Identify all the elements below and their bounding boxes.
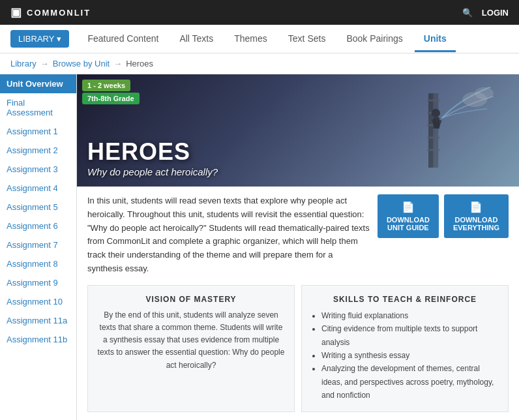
search-icon[interactable]: 🔍 bbox=[462, 8, 473, 18]
sidebar-item-final-assessment[interactable]: Final Assessment bbox=[0, 93, 76, 122]
svg-rect-1 bbox=[434, 93, 439, 168]
skill-item: Citing evidence from multiple texts to s… bbox=[321, 322, 499, 349]
sidebar-item-assignment-3[interactable]: Assignment 3 bbox=[0, 160, 76, 179]
download-everything-button[interactable]: 📄 DOWNLOADEVERYTHING bbox=[444, 194, 509, 238]
vision-text: By the end of this unit, students will a… bbox=[97, 309, 285, 372]
description-row: In this unit, students will read seven t… bbox=[87, 194, 509, 276]
top-nav-right: 🔍 LOGIN bbox=[462, 8, 509, 18]
sidebar-item-assignment-11b[interactable]: Assignment 11b bbox=[0, 330, 76, 349]
download-everything-label: DOWNLOADEVERYTHING bbox=[453, 216, 499, 232]
logo-text: COMMONLIT bbox=[27, 8, 91, 18]
weeks-badge: 1 - 2 weeks bbox=[82, 80, 130, 91]
breadcrumb-browse[interactable]: Browse by Unit bbox=[53, 59, 110, 68]
svg-point-7 bbox=[432, 109, 440, 117]
hero-title: HEROES bbox=[87, 138, 190, 166]
breadcrumb-arrow-2: → bbox=[113, 59, 122, 68]
hero-image: 1 - 2 weeks 7th-8th Grade HEROES Why do … bbox=[77, 74, 519, 187]
sidebar-item-assignment-4[interactable]: Assignment 4 bbox=[0, 179, 76, 198]
download-icon-2: 📄 bbox=[469, 201, 482, 213]
sidebar: Unit Overview Final Assessment Assignmen… bbox=[0, 74, 77, 420]
info-boxes: VISION OF MASTERY By the end of this uni… bbox=[87, 285, 509, 412]
download-unit-guide-button[interactable]: 📄 DOWNLOADUNIT GUIDE bbox=[378, 194, 439, 238]
top-navigation: ▣ COMMONLIT 🔍 LOGIN bbox=[0, 0, 519, 25]
svg-rect-5 bbox=[427, 137, 439, 139]
nav-text-sets[interactable]: Text Sets bbox=[279, 27, 335, 52]
sidebar-item-assignment-5[interactable]: Assignment 5 bbox=[0, 198, 76, 217]
svg-point-12 bbox=[475, 87, 494, 100]
nav-themes[interactable]: Themes bbox=[225, 27, 276, 52]
download-guide-label: DOWNLOADUNIT GUIDE bbox=[387, 216, 430, 232]
vision-box: VISION OF MASTERY By the end of this uni… bbox=[87, 285, 295, 412]
sidebar-item-assignment-10[interactable]: Assignment 10 bbox=[0, 292, 76, 311]
sidebar-item-assignment-6[interactable]: Assignment 6 bbox=[0, 217, 76, 235]
skills-list: Writing fluid explanations Citing eviden… bbox=[311, 309, 499, 402]
nav-units[interactable]: Units bbox=[415, 27, 456, 52]
svg-rect-0 bbox=[428, 93, 434, 168]
skills-box: SKILLS TO TEACH & REINFORCE Writing flui… bbox=[301, 285, 509, 412]
skill-item: Writing fluid explanations bbox=[321, 309, 499, 322]
download-buttons: 📄 DOWNLOADUNIT GUIDE 📄 DOWNLOADEVERYTHIN… bbox=[378, 194, 509, 238]
sidebar-item-unit-overview[interactable]: Unit Overview bbox=[0, 74, 76, 93]
sidebar-item-assignment-2[interactable]: Assignment 2 bbox=[0, 141, 76, 160]
grade-badge: 7th-8th Grade bbox=[82, 93, 140, 104]
download-icon-1: 📄 bbox=[402, 201, 415, 213]
nav-book-pairings[interactable]: Book Pairings bbox=[337, 27, 411, 52]
main-layout: Unit Overview Final Assessment Assignmen… bbox=[0, 74, 519, 420]
nav-all-texts[interactable]: All Texts bbox=[170, 27, 222, 52]
content-section: In this unit, students will read seven t… bbox=[77, 187, 519, 420]
sidebar-item-assignment-7[interactable]: Assignment 7 bbox=[0, 235, 76, 254]
svg-rect-6 bbox=[427, 149, 439, 151]
main-content: 1 - 2 weeks 7th-8th Grade HEROES Why do … bbox=[77, 74, 519, 420]
hero-art-icon bbox=[376, 81, 506, 180]
chevron-down-icon: ▾ bbox=[57, 34, 61, 44]
sidebar-item-assignment-9[interactable]: Assignment 9 bbox=[0, 273, 76, 292]
vision-title: VISION OF MASTERY bbox=[97, 295, 285, 304]
hero-subtitle: Why do people act heroically? bbox=[87, 166, 218, 177]
breadcrumb-current: Heroes bbox=[126, 59, 153, 68]
library-label: LIBRARY bbox=[18, 34, 54, 44]
skill-item: Analyzing the development of themes, cen… bbox=[321, 362, 499, 402]
sidebar-item-assignment-8[interactable]: Assignment 8 bbox=[0, 254, 76, 273]
skills-title: SKILLS TO TEACH & REINFORCE bbox=[311, 295, 499, 304]
logo-icon: ▣ bbox=[10, 5, 22, 20]
breadcrumb-library[interactable]: Library bbox=[10, 59, 37, 68]
secondary-navigation: LIBRARY ▾ Featured Content All Texts The… bbox=[0, 25, 519, 53]
skill-item: Writing a synthesis essay bbox=[321, 349, 499, 362]
breadcrumb-arrow-1: → bbox=[40, 59, 49, 68]
breadcrumb: Library → Browse by Unit → Heroes bbox=[0, 53, 519, 74]
library-button[interactable]: LIBRARY ▾ bbox=[10, 30, 69, 48]
logo-area: ▣ COMMONLIT bbox=[10, 5, 91, 20]
nav-featured-content[interactable]: Featured Content bbox=[78, 27, 168, 52]
svg-rect-2 bbox=[427, 100, 439, 102]
sidebar-item-assignment-1[interactable]: Assignment 1 bbox=[0, 122, 76, 141]
sidebar-item-assignment-11a[interactable]: Assignment 11a bbox=[0, 311, 76, 330]
unit-description: In this unit, students will read seven t… bbox=[87, 194, 370, 276]
login-button[interactable]: LOGIN bbox=[482, 8, 509, 18]
